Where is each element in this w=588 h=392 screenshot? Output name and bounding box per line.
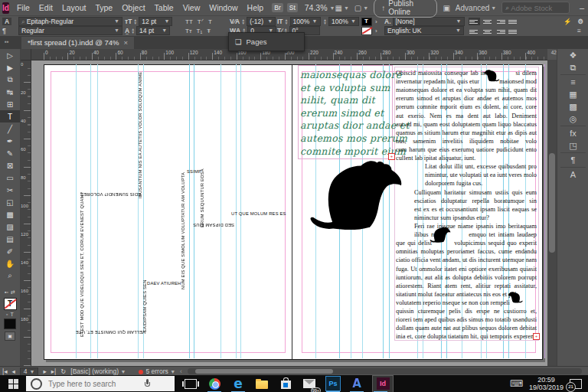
path-text[interactable]: SED DIPSAM EIUS [199, 223, 234, 227]
path-text[interactable]: ETEST MOD QUE VIDELOQUI SEN ET, CORUM EV… [80, 194, 84, 337]
start-button[interactable] [8, 379, 18, 389]
free-transform-tool[interactable]: ◱ [0, 196, 20, 208]
chrome-app-button[interactable] [206, 376, 223, 392]
windows-search-box[interactable] [26, 376, 175, 391]
text-target-icon[interactable]: T [11, 312, 14, 317]
ruler-corner[interactable] [20, 49, 31, 60]
paragraph-formatting-button[interactable]: ¶ [2, 27, 6, 34]
pages-panel-flyout[interactable]: ❏ Pages [228, 32, 305, 51]
page-number-field[interactable]: 4▼ [20, 368, 39, 376]
underline-button[interactable]: T [207, 18, 214, 25]
publish-online-button[interactable]: ↑Publish Online [374, 0, 437, 18]
horizontal-scrollbar-thumb[interactable] [195, 369, 333, 374]
minimize-button[interactable]: – [575, 3, 588, 12]
adobe-stock-search-input[interactable] [509, 3, 566, 13]
fill-color-swatch[interactable]: T [361, 18, 372, 26]
previous-page-button[interactable]: ◂ [11, 368, 15, 375]
note-tool[interactable]: ▤ [0, 233, 20, 245]
path-text[interactable]: VELLAM QUI OMNISTE ET, UTE [80, 330, 145, 335]
stroke-fill-swatch[interactable] [4, 318, 16, 329]
screen-mode-menu[interactable]: ▢▼ [354, 4, 368, 12]
gradient-tool[interactable]: ▩ [0, 208, 20, 220]
vertical-scale-field[interactable]: 100%▼ [290, 17, 321, 26]
vertical-scrollbar[interactable] [547, 60, 557, 366]
stroke-color-swatch[interactable] [361, 27, 372, 35]
path-text[interactable]: ERUM SEQUUNTUR EOSA [200, 177, 204, 227]
leading-field[interactable]: 14 pt▼ [136, 26, 170, 35]
hand-tool[interactable]: ✋ [0, 257, 20, 270]
swap-swatches-icon[interactable]: ⇄ [11, 289, 15, 296]
selection-tool[interactable]: ▷ [0, 49, 20, 61]
scissors-tool[interactable]: ✂ [0, 184, 20, 196]
menu-item-layout[interactable]: Layout [57, 3, 91, 12]
edge-app-button[interactable]: e [230, 376, 247, 392]
align-left-button[interactable] [469, 18, 480, 25]
task-view-button[interactable] [182, 376, 199, 392]
horizontal-scale-field[interactable]: 100%▼ [328, 17, 359, 26]
last-page-button[interactable]: ▸| [51, 368, 56, 375]
menu-item-object[interactable]: Object [117, 3, 149, 12]
path-text[interactable]: UT QUE MOLUM RES ES [231, 211, 286, 216]
page-tool[interactable]: ⧉ [0, 74, 20, 86]
acrobat-app-button[interactable]: A [348, 376, 365, 392]
align-center-button[interactable] [482, 28, 493, 35]
kerning-field[interactable]: (-12)▼ [247, 17, 276, 26]
eyedropper-tool[interactable]: ✐ [0, 245, 20, 257]
preflight-profile-select[interactable]: [Basic] (working) ▼ [70, 368, 126, 375]
line-tool[interactable]: ╱ [0, 122, 20, 135]
microsoft-store-button[interactable] [277, 376, 294, 392]
rat-silhouette-large[interactable] [308, 155, 411, 237]
stock-button[interactable]: St [287, 3, 298, 12]
rat-silhouette-small[interactable] [481, 69, 501, 83]
paragraph-styles-panel-icon[interactable]: ¶ [557, 154, 588, 166]
small-caps-button[interactable]: Tт [184, 28, 194, 34]
type-tool[interactable]: T [0, 110, 20, 122]
align-left-button[interactable] [469, 28, 480, 35]
layers-panel-icon[interactable]: ❖ [557, 49, 588, 61]
mail-app-button[interactable]: 99+ [301, 376, 318, 392]
path-text[interactable]: DAEV ATIUREH [147, 281, 181, 286]
menu-item-file[interactable]: File [12, 3, 34, 12]
stroke-panel-icon[interactable]: ≡ [557, 76, 588, 88]
microphone-icon[interactable] [145, 379, 150, 388]
windows-search-input[interactable] [47, 379, 140, 389]
overset-text-icon[interactable]: + [388, 153, 395, 160]
panel-menu-icon[interactable]: ≡ [577, 27, 581, 34]
rectangle-frame-tool[interactable]: ⊠ [0, 159, 20, 172]
content-collector-tool[interactable]: ⊞ [0, 98, 20, 110]
photoshop-app-button[interactable]: Ps [325, 376, 341, 392]
align-right-button[interactable] [495, 18, 506, 25]
adobe-stock-search[interactable]: ⌕ [501, 2, 570, 14]
menu-item-table[interactable]: Table [150, 3, 178, 12]
zoom-tool[interactable]: ⌕ [0, 270, 20, 282]
scroll-left-arrow[interactable]: ‹ [180, 368, 182, 375]
links-panel-icon[interactable]: ⧉ [557, 61, 588, 74]
container-target-icon[interactable]: ▫ [6, 312, 8, 317]
menu-item-window[interactable]: Window [204, 3, 242, 12]
font-family-field[interactable]: ⌕Epitaph-Regular▼ [18, 17, 122, 26]
file-explorer-button[interactable] [253, 376, 270, 392]
object-styles-panel-icon[interactable]: ◳ [557, 139, 588, 152]
menu-item-view[interactable]: View [178, 3, 205, 12]
character-formatting-button[interactable]: A [2, 18, 11, 25]
align-justify-button[interactable] [508, 18, 519, 25]
pencil-tool[interactable]: ✎ [0, 147, 20, 159]
menu-item-type[interactable]: Type [90, 3, 117, 12]
path-text[interactable]: EAIDIPSAM QUIES SEN [142, 282, 147, 332]
subscript-button[interactable]: T₁ [195, 28, 204, 34]
indesign-app-button[interactable]: Id [372, 376, 394, 392]
gradient-panel-icon[interactable]: ▩ [557, 100, 588, 113]
lightning-icon[interactable]: ⚡ [564, 18, 572, 25]
action-center-icon[interactable]: 21 [570, 379, 582, 389]
font-size-field[interactable]: 12 pt▼ [139, 17, 172, 26]
gpu-performance-button[interactable]: ▣ [443, 4, 449, 12]
tab-close-icon[interactable]: × [123, 38, 128, 47]
preflight-errors[interactable]: 5 errors ▼ [139, 368, 175, 375]
document-tab[interactable]: *first spread (1).indd @ 74% × [21, 35, 134, 49]
menu-item-edit[interactable]: Edit [34, 3, 57, 12]
path-text[interactable]: EDIS SUMENDI? VOLORES [83, 192, 141, 197]
gap-tool[interactable]: ↹ [0, 86, 20, 98]
character-style-field[interactable]: [None]▼ [393, 17, 465, 26]
taskbar-clock[interactable]: 20:59 19/03/2019 [529, 376, 564, 391]
stroke-flyout-arrow[interactable]: › [374, 28, 379, 34]
